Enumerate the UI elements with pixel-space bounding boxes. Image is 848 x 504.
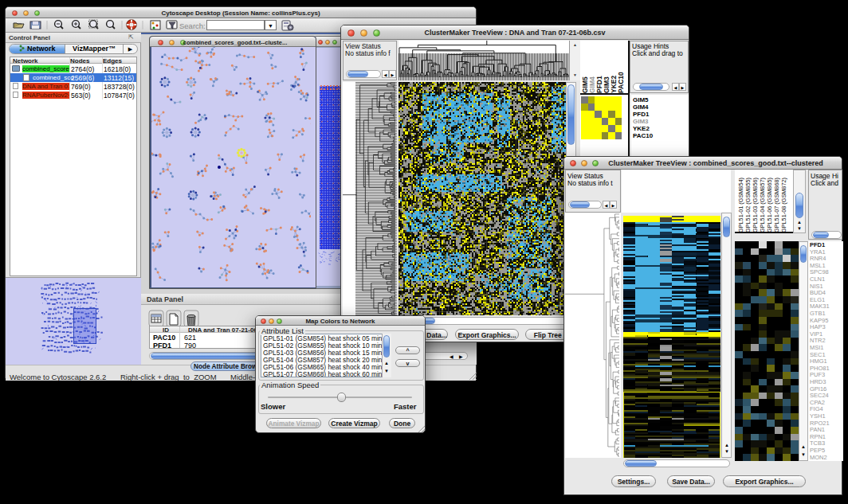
svg-text:GPL51-01 (GSM854): GPL51-01 (GSM854) xyxy=(737,178,744,232)
svg-text:GPL51-02 (GSM855): GPL51-02 (GSM855) xyxy=(744,178,752,232)
svg-text:GPL51-03 (GSM856): GPL51-03 (GSM856) xyxy=(752,178,759,232)
svg-text:GPL51-04 (GSM857): GPL51-04 (GSM857) xyxy=(759,178,766,232)
svg-text:GPL51-07 (GSM868): GPL51-07 (GSM868) xyxy=(773,178,780,232)
svg-text:GPL51-08 (GSM872): GPL51-08 (GSM872) xyxy=(780,178,787,232)
svg-text:GPL51-06 (GSM865): GPL51-06 (GSM865) xyxy=(766,178,773,232)
svg-text:PAC10: PAC10 xyxy=(617,72,625,93)
